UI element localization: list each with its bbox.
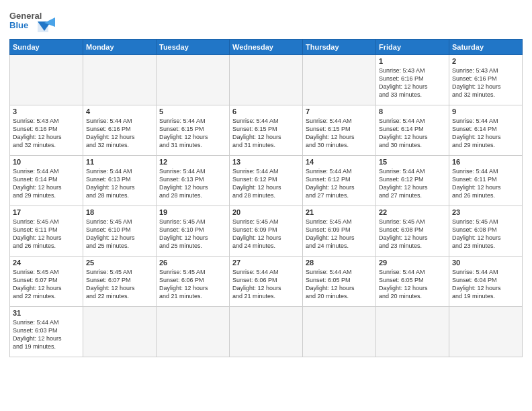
calendar-cell: 22Sunrise: 5:45 AM Sunset: 6:08 PM Dayli… [376, 206, 449, 257]
day-info: Sunrise: 5:45 AM Sunset: 6:09 PM Dayligh… [306, 218, 373, 250]
day-info: Sunrise: 5:45 AM Sunset: 6:07 PM Dayligh… [13, 268, 80, 301]
day-number: 12 [159, 158, 226, 166]
day-number: 2 [452, 57, 519, 65]
logo: General Blue [9, 7, 56, 35]
calendar-week-3: 17Sunrise: 5:45 AM Sunset: 6:11 PM Dayli… [10, 206, 523, 257]
calendar-cell: 10Sunrise: 5:44 AM Sunset: 6:14 PM Dayli… [10, 156, 83, 206]
calendar-cell: 21Sunrise: 5:45 AM Sunset: 6:09 PM Dayli… [303, 206, 376, 257]
day-info: Sunrise: 5:44 AM Sunset: 6:14 PM Dayligh… [379, 117, 446, 150]
day-info: Sunrise: 5:45 AM Sunset: 6:11 PM Dayligh… [13, 218, 80, 250]
calendar-cell: 16Sunrise: 5:44 AM Sunset: 6:11 PM Dayli… [449, 156, 523, 206]
day-number: 23 [452, 208, 519, 216]
calendar-cell [10, 55, 83, 105]
calendar-week-5: 31Sunrise: 5:44 AM Sunset: 6:03 PM Dayli… [10, 307, 523, 357]
day-info: Sunrise: 5:45 AM Sunset: 6:06 PM Dayligh… [159, 268, 226, 301]
day-number: 21 [306, 208, 373, 216]
day-number: 17 [13, 208, 80, 216]
day-number: 5 [159, 107, 226, 116]
day-number: 30 [452, 259, 519, 267]
calendar-cell: 5Sunrise: 5:44 AM Sunset: 6:15 PM Daylig… [157, 105, 230, 156]
day-info: Sunrise: 5:44 AM Sunset: 6:14 PM Dayligh… [13, 167, 80, 200]
calendar-cell: 14Sunrise: 5:44 AM Sunset: 6:12 PM Dayli… [303, 156, 376, 206]
day-info: Sunrise: 5:44 AM Sunset: 6:15 PM Dayligh… [306, 117, 373, 150]
day-number: 8 [379, 107, 446, 116]
svg-text:Blue: Blue [9, 20, 28, 30]
day-number: 27 [232, 259, 300, 267]
day-info: Sunrise: 5:44 AM Sunset: 6:05 PM Dayligh… [306, 268, 373, 301]
day-number: 25 [86, 259, 153, 267]
calendar-week-1: 3Sunrise: 5:43 AM Sunset: 6:16 PM Daylig… [10, 105, 523, 156]
calendar-cell: 6Sunrise: 5:44 AM Sunset: 6:15 PM Daylig… [230, 105, 303, 156]
calendar-cell: 24Sunrise: 5:45 AM Sunset: 6:07 PM Dayli… [10, 257, 83, 307]
calendar-cell: 9Sunrise: 5:44 AM Sunset: 6:14 PM Daylig… [449, 105, 523, 156]
page: General Blue SundayMondayTuesdayWednesda… [0, 0, 532, 411]
day-info: Sunrise: 5:43 AM Sunset: 6:16 PM Dayligh… [13, 117, 80, 150]
calendar-body: 1Sunrise: 5:43 AM Sunset: 6:16 PM Daylig… [10, 55, 523, 357]
header: General Blue [9, 7, 523, 35]
calendar-cell [157, 55, 230, 105]
day-info: Sunrise: 5:44 AM Sunset: 6:06 PM Dayligh… [232, 268, 300, 301]
day-info: Sunrise: 5:44 AM Sunset: 6:13 PM Dayligh… [159, 167, 226, 200]
day-number: 26 [159, 259, 226, 267]
day-number: 6 [232, 107, 300, 116]
calendar-cell: 29Sunrise: 5:44 AM Sunset: 6:05 PM Dayli… [376, 257, 449, 307]
day-info: Sunrise: 5:45 AM Sunset: 6:09 PM Dayligh… [232, 218, 300, 250]
logo-svg: General Blue [9, 7, 56, 35]
day-number: 22 [379, 208, 446, 216]
day-info: Sunrise: 5:44 AM Sunset: 6:11 PM Dayligh… [452, 167, 519, 200]
day-number: 4 [86, 107, 153, 116]
calendar-cell: 27Sunrise: 5:44 AM Sunset: 6:06 PM Dayli… [230, 257, 303, 307]
day-info: Sunrise: 5:45 AM Sunset: 6:08 PM Dayligh… [379, 218, 446, 250]
calendar-cell: 13Sunrise: 5:44 AM Sunset: 6:12 PM Dayli… [230, 156, 303, 206]
calendar-cell: 11Sunrise: 5:44 AM Sunset: 6:13 PM Dayli… [83, 156, 157, 206]
svg-text:General: General [9, 11, 42, 21]
calendar-cell: 31Sunrise: 5:44 AM Sunset: 6:03 PM Dayli… [10, 307, 83, 357]
calendar-header-row: SundayMondayTuesdayWednesdayThursdayFrid… [10, 40, 523, 55]
calendar-cell [303, 55, 376, 105]
calendar-table: SundayMondayTuesdayWednesdayThursdayFrid… [9, 39, 523, 357]
day-number: 15 [379, 158, 446, 166]
calendar-cell: 12Sunrise: 5:44 AM Sunset: 6:13 PM Dayli… [157, 156, 230, 206]
calendar-cell [449, 307, 523, 357]
day-number: 14 [306, 158, 373, 166]
calendar-cell [83, 307, 157, 357]
calendar-cell: 28Sunrise: 5:44 AM Sunset: 6:05 PM Dayli… [303, 257, 376, 307]
day-number: 1 [379, 57, 446, 65]
day-info: Sunrise: 5:44 AM Sunset: 6:14 PM Dayligh… [452, 117, 519, 150]
calendar-cell: 17Sunrise: 5:45 AM Sunset: 6:11 PM Dayli… [10, 206, 83, 257]
calendar-week-4: 24Sunrise: 5:45 AM Sunset: 6:07 PM Dayli… [10, 257, 523, 307]
day-info: Sunrise: 5:44 AM Sunset: 6:15 PM Dayligh… [232, 117, 300, 150]
day-info: Sunrise: 5:44 AM Sunset: 6:12 PM Dayligh… [306, 167, 373, 200]
calendar-header-friday: Friday [376, 40, 449, 55]
calendar-cell: 7Sunrise: 5:44 AM Sunset: 6:15 PM Daylig… [303, 105, 376, 156]
day-info: Sunrise: 5:44 AM Sunset: 6:12 PM Dayligh… [232, 167, 300, 200]
calendar-cell: 26Sunrise: 5:45 AM Sunset: 6:06 PM Dayli… [157, 257, 230, 307]
day-number: 7 [306, 107, 373, 116]
calendar-cell: 19Sunrise: 5:45 AM Sunset: 6:10 PM Dayli… [157, 206, 230, 257]
day-info: Sunrise: 5:43 AM Sunset: 6:16 PM Dayligh… [452, 66, 519, 99]
day-info: Sunrise: 5:44 AM Sunset: 6:15 PM Dayligh… [159, 117, 226, 150]
day-number: 9 [452, 107, 519, 116]
calendar-cell [376, 307, 449, 357]
day-number: 16 [452, 158, 519, 166]
calendar-cell: 1Sunrise: 5:43 AM Sunset: 6:16 PM Daylig… [376, 55, 449, 105]
day-number: 24 [13, 259, 80, 267]
calendar-cell: 8Sunrise: 5:44 AM Sunset: 6:14 PM Daylig… [376, 105, 449, 156]
calendar-cell [83, 55, 157, 105]
calendar-week-0: 1Sunrise: 5:43 AM Sunset: 6:16 PM Daylig… [10, 55, 523, 105]
calendar-cell [230, 307, 303, 357]
day-info: Sunrise: 5:45 AM Sunset: 6:10 PM Dayligh… [159, 218, 226, 250]
calendar-cell: 4Sunrise: 5:44 AM Sunset: 6:16 PM Daylig… [83, 105, 157, 156]
calendar-cell: 3Sunrise: 5:43 AM Sunset: 6:16 PM Daylig… [10, 105, 83, 156]
day-number: 29 [379, 259, 446, 267]
calendar-cell: 18Sunrise: 5:45 AM Sunset: 6:10 PM Dayli… [83, 206, 157, 257]
calendar-header-thursday: Thursday [303, 40, 376, 55]
calendar-cell: 23Sunrise: 5:45 AM Sunset: 6:08 PM Dayli… [449, 206, 523, 257]
calendar-cell: 15Sunrise: 5:44 AM Sunset: 6:12 PM Dayli… [376, 156, 449, 206]
day-number: 18 [86, 208, 153, 216]
day-info: Sunrise: 5:45 AM Sunset: 6:10 PM Dayligh… [86, 218, 153, 250]
calendar-header-monday: Monday [83, 40, 157, 55]
calendar-cell [157, 307, 230, 357]
calendar-header-wednesday: Wednesday [230, 40, 303, 55]
day-info: Sunrise: 5:45 AM Sunset: 6:08 PM Dayligh… [452, 218, 519, 250]
